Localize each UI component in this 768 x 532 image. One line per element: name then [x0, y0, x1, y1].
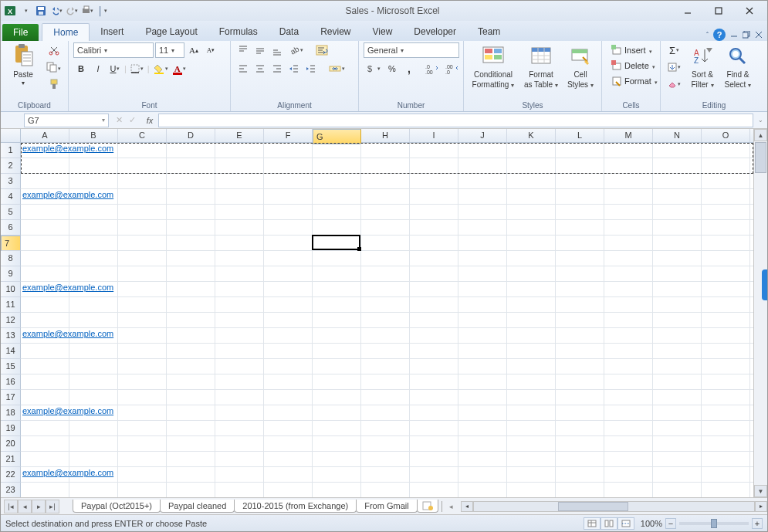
cell-hyperlink[interactable]: example@example.com — [22, 329, 113, 338]
col-header-O[interactable]: O — [702, 129, 750, 142]
tab-developer[interactable]: Developer — [403, 23, 467, 41]
row-header[interactable]: 2 — [1, 158, 21, 174]
new-sheet-button[interactable] — [417, 500, 438, 513]
horizontal-scrollbar[interactable]: ◂ ▸ — [461, 501, 767, 512]
font-name-select[interactable]: Calibri▾ — [73, 42, 154, 58]
redo-icon[interactable] — [66, 5, 78, 17]
undo-icon[interactable] — [50, 5, 63, 17]
col-header-B[interactable]: B — [69, 129, 118, 142]
format-as-table-button[interactable]: Formatas Table — [521, 42, 561, 90]
col-header-L[interactable]: L — [556, 129, 604, 142]
row[interactable]: example@example.com — [21, 467, 753, 483]
row-header[interactable]: 3 — [1, 174, 21, 189]
sheet-next-button[interactable]: ▸ — [32, 500, 46, 513]
delete-cells-button[interactable]: Delete — [607, 58, 660, 73]
vertical-scrollbar[interactable]: ▲ ▼ — [753, 129, 767, 497]
qat-printable-icon[interactable] — [81, 5, 93, 17]
row-header[interactable]: 8 — [1, 251, 21, 266]
row-header[interactable]: 14 — [1, 344, 21, 359]
tab-view[interactable]: View — [362, 23, 404, 41]
decrease-indent-button[interactable] — [286, 61, 302, 76]
align-center-button[interactable] — [252, 61, 268, 76]
sheet-tab[interactable]: Paypal cleaned — [160, 500, 235, 513]
close-button[interactable] — [735, 3, 764, 19]
select-all-corner[interactable] — [1, 129, 21, 142]
row[interactable] — [21, 374, 753, 390]
col-header-I[interactable]: I — [410, 129, 458, 142]
col-header-M[interactable]: M — [604, 129, 653, 142]
align-left-button[interactable] — [235, 61, 251, 76]
row-header[interactable]: 10 — [1, 282, 21, 297]
row-header[interactable]: 5 — [1, 205, 21, 220]
align-top-button[interactable] — [235, 42, 251, 58]
minimize-button[interactable] — [673, 3, 702, 19]
font-size-select[interactable]: 11▾ — [155, 42, 184, 58]
cut-button[interactable] — [44, 42, 63, 58]
row[interactable] — [21, 236, 753, 251]
row-header[interactable]: 22 — [1, 467, 21, 483]
page-layout-view-button[interactable] — [601, 517, 617, 530]
scroll-down-button[interactable]: ▼ — [754, 485, 767, 497]
workbook-min-icon[interactable] — [730, 32, 738, 38]
maximize-button[interactable] — [704, 3, 733, 19]
row[interactable] — [21, 266, 753, 282]
align-middle-button[interactable] — [252, 42, 268, 58]
row[interactable]: example@example.com — [21, 328, 753, 344]
side-panel-tab[interactable] — [762, 269, 767, 300]
accounting-format-button[interactable]: $ — [364, 61, 383, 76]
tab-home[interactable]: Home — [42, 23, 90, 41]
row-header[interactable]: 6 — [1, 220, 21, 236]
wrap-text-button[interactable] — [313, 42, 330, 58]
col-header-C[interactable]: C — [118, 129, 167, 142]
find-select-button[interactable]: Find &Select — [722, 42, 754, 90]
row-header[interactable]: 13 — [1, 328, 21, 344]
font-color-button[interactable]: A — [172, 61, 188, 76]
tab-review[interactable]: Review — [310, 23, 361, 41]
decrease-decimal-button[interactable]: .00.0 — [443, 61, 462, 76]
tab-team[interactable]: Team — [467, 23, 511, 41]
align-right-button[interactable] — [269, 61, 285, 76]
row[interactable] — [21, 205, 753, 220]
tab-data[interactable]: Data — [269, 23, 310, 41]
page-break-view-button[interactable] — [617, 517, 634, 530]
cell-hyperlink[interactable]: example@example.com — [22, 468, 113, 477]
col-header-F[interactable]: F — [264, 129, 313, 142]
hscroll-right-button[interactable]: ▸ — [755, 501, 767, 512]
row[interactable] — [21, 220, 753, 236]
workbook-restore-icon[interactable] — [743, 31, 750, 39]
sheet-prev-button[interactable]: ◂ — [18, 500, 32, 513]
row[interactable]: example@example.com — [21, 189, 753, 205]
row[interactable] — [21, 452, 753, 467]
row-header[interactable]: 18 — [1, 405, 21, 421]
copy-button[interactable] — [44, 59, 63, 75]
format-cells-button[interactable]: Format — [607, 73, 662, 89]
help-icon[interactable]: ? — [713, 29, 726, 41]
row-header[interactable]: 19 — [1, 421, 21, 436]
row[interactable]: example@example.com — [21, 282, 753, 297]
zoom-out-button[interactable]: − — [665, 518, 676, 529]
row-header[interactable]: 20 — [1, 436, 21, 452]
insert-cells-button[interactable]: Insert — [607, 42, 657, 58]
minimize-ribbon-icon[interactable]: ˆ — [706, 31, 709, 39]
tab-page-layout[interactable]: Page Layout — [134, 23, 208, 41]
expand-formula-bar[interactable]: ⌄ — [753, 117, 767, 124]
sheet-tab[interactable]: Paypal (Oct2015+) — [73, 500, 161, 513]
row[interactable] — [21, 359, 753, 374]
name-box[interactable]: G7▾ — [24, 114, 109, 127]
tab-insert[interactable]: Insert — [90, 23, 134, 41]
row[interactable]: example@example.com — [21, 143, 753, 158]
cell-hyperlink[interactable]: example@example.com — [22, 190, 113, 199]
tab-formulas[interactable]: Formulas — [208, 23, 269, 41]
underline-button[interactable]: U — [107, 61, 123, 76]
scroll-up-button[interactable]: ▲ — [754, 129, 767, 141]
hscroll-left-button[interactable]: ◂ — [461, 501, 473, 512]
row[interactable] — [21, 436, 753, 452]
paste-button[interactable]: Paste ▼ — [5, 42, 41, 87]
row[interactable] — [21, 390, 753, 405]
row[interactable] — [21, 158, 753, 174]
workbook-close-icon[interactable] — [755, 31, 763, 39]
grid[interactable]: ABCDEFGHIJKLMNO 1example@example.com234e… — [1, 129, 753, 497]
grow-font-button[interactable]: A▴ — [186, 42, 201, 58]
row-header[interactable]: 1 — [1, 143, 21, 158]
hscroll-thumb[interactable] — [558, 502, 628, 511]
